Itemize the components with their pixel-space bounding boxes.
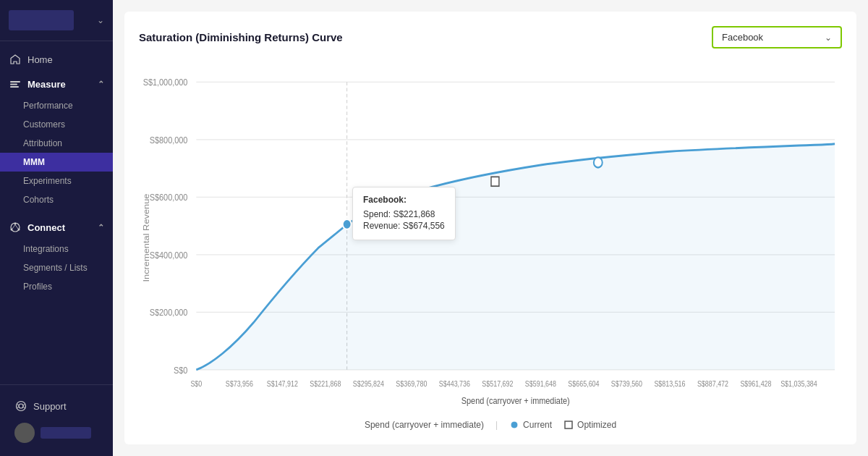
- sidebar-item-experiments[interactable]: Experiments: [0, 172, 113, 190]
- optimized-point: [594, 157, 603, 167]
- user-name: [41, 427, 91, 439]
- sidebar-support-item[interactable]: Support: [9, 394, 104, 418]
- svg-text:Incremental Revenue: Incremental Revenue: [142, 193, 151, 282]
- svg-text:S$517,692: S$517,692: [482, 380, 513, 389]
- sidebar-home-label: Home: [27, 54, 53, 65]
- channel-selector[interactable]: Facebook ⌄: [712, 26, 842, 48]
- sidebar-item-integrations[interactable]: Integrations: [0, 240, 113, 258]
- svg-text:S$221,868: S$221,868: [310, 380, 341, 389]
- svg-rect-46: [565, 421, 572, 428]
- svg-text:S$0: S$0: [190, 380, 202, 389]
- svg-point-4: [14, 223, 17, 225]
- svg-point-9: [17, 402, 26, 411]
- svg-line-11: [17, 405, 20, 406]
- chart-legend: Spend (carryover + immediate) | Current …: [139, 420, 842, 430]
- chart-area: S$1,000,000 S$800,000 S$600,000 S$400,00…: [139, 60, 842, 430]
- chart-panel: Saturation (Diminishing Returns) Curve F…: [124, 12, 856, 444]
- sidebar-measure-label: Measure: [27, 79, 66, 90]
- svg-text:S$739,560: S$739,560: [611, 380, 643, 389]
- sidebar-user-area[interactable]: [9, 418, 104, 447]
- legend-optimized: Optimized: [563, 420, 616, 430]
- optimized-legend-icon: [563, 420, 574, 430]
- svg-text:S$369,780: S$369,780: [396, 380, 427, 389]
- svg-text:S$1,000,000: S$1,000,000: [143, 77, 188, 88]
- svg-line-7: [15, 225, 18, 229]
- sidebar-item-cohorts[interactable]: Cohorts: [0, 190, 113, 209]
- support-icon: [14, 400, 27, 413]
- svg-text:S$400,000: S$400,000: [150, 250, 188, 261]
- connect-chevron-icon: ⌃: [98, 223, 104, 232]
- sidebar-item-home[interactable]: Home: [0, 47, 113, 72]
- svg-text:S$665,604: S$665,604: [568, 380, 600, 389]
- legend-optimized-label: Optimized: [577, 420, 616, 430]
- sidebar-logo-area: ⌄: [0, 0, 113, 41]
- svg-text:S$591,648: S$591,648: [525, 380, 556, 389]
- connect-icon: [9, 221, 22, 234]
- svg-text:S$147,912: S$147,912: [267, 380, 298, 389]
- home-icon: [9, 53, 22, 66]
- chart-title: Saturation (Diminishing Returns) Curve: [139, 31, 343, 43]
- sidebar-item-attribution[interactable]: Attribution: [0, 134, 113, 153]
- sidebar-item-performance[interactable]: Performance: [0, 96, 113, 115]
- sidebar-item-profiles[interactable]: Profiles: [0, 277, 113, 296]
- sidebar-item-connect[interactable]: Connect ⌃: [0, 215, 113, 240]
- chart-header: Saturation (Diminishing Returns) Curve F…: [139, 26, 842, 48]
- legend-current: Current: [509, 420, 552, 430]
- svg-line-12: [23, 405, 25, 406]
- svg-text:S$600,000: S$600,000: [150, 192, 188, 203]
- channel-selector-chevron-icon: ⌄: [825, 33, 832, 43]
- svg-rect-1: [10, 84, 17, 85]
- svg-text:S$800,000: S$800,000: [150, 135, 188, 145]
- chart-svg-area: S$1,000,000 S$800,000 S$600,000 S$400,00…: [139, 60, 842, 415]
- svg-text:S$443,736: S$443,736: [439, 380, 470, 389]
- user-avatar: [14, 423, 35, 443]
- legend-spend-label: Spend (carryover + immediate): [365, 420, 484, 430]
- sidebar-collapse-button[interactable]: ⌄: [97, 15, 104, 25]
- legend-divider: |: [495, 420, 498, 430]
- current-point: [343, 219, 352, 229]
- square-point: [491, 177, 499, 186]
- svg-line-13: [17, 407, 20, 408]
- sidebar-nav: Home Measure ⌃ Performance Customers Att…: [0, 41, 113, 384]
- svg-rect-2: [10, 86, 19, 88]
- svg-line-14: [23, 407, 25, 408]
- channel-selector-value: Facebook: [722, 32, 763, 43]
- current-legend-icon: [509, 420, 519, 430]
- logo: [9, 10, 74, 30]
- sidebar-item-segments[interactable]: Segments / Lists: [0, 258, 113, 277]
- svg-line-8: [12, 225, 15, 229]
- svg-text:Spend (carryover + immediate): Spend (carryover + immediate): [461, 395, 570, 406]
- measure-icon: [9, 77, 22, 90]
- sidebar-item-mmm[interactable]: MMM: [0, 153, 113, 172]
- support-label: Support: [33, 401, 67, 412]
- svg-point-10: [19, 404, 23, 408]
- svg-text:S$887,472: S$887,472: [697, 380, 728, 389]
- svg-text:S$961,428: S$961,428: [740, 380, 771, 389]
- svg-text:S$200,000: S$200,000: [150, 307, 188, 318]
- main-content: Saturation (Diminishing Returns) Curve F…: [113, 0, 868, 456]
- measure-chevron-icon: ⌃: [98, 80, 104, 89]
- svg-text:S$73,956: S$73,956: [226, 380, 253, 389]
- curve-fill: [196, 144, 835, 370]
- svg-point-45: [511, 421, 518, 428]
- sidebar-item-customers[interactable]: Customers: [0, 115, 113, 134]
- sidebar-item-measure[interactable]: Measure ⌃: [0, 72, 113, 96]
- sidebar-footer: Support: [0, 384, 113, 456]
- saturation-curve-chart: S$1,000,000 S$800,000 S$600,000 S$400,00…: [139, 60, 842, 415]
- svg-text:S$0: S$0: [174, 365, 188, 376]
- svg-text:S$813,516: S$813,516: [654, 380, 685, 389]
- svg-text:S$1,035,384: S$1,035,384: [780, 380, 817, 389]
- sidebar-connect-label: Connect: [27, 222, 65, 233]
- svg-text:S$295,824: S$295,824: [353, 380, 385, 389]
- svg-rect-0: [10, 81, 20, 83]
- sidebar: ⌄ Home Measure ⌃ Performa: [0, 0, 113, 456]
- legend-current-label: Current: [523, 420, 552, 430]
